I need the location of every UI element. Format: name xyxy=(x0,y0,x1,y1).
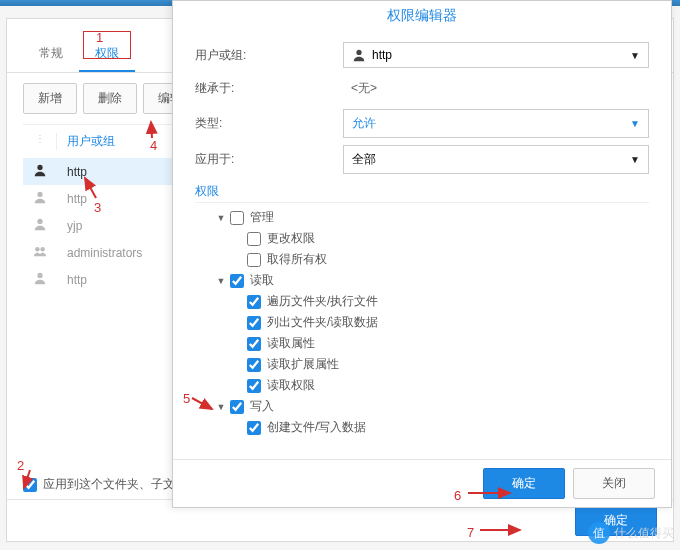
tree-node[interactable]: 更改权限 xyxy=(195,228,649,249)
admin-checkbox[interactable] xyxy=(230,211,244,225)
read-extattr-checkbox[interactable] xyxy=(247,358,261,372)
type-select[interactable]: 允许 ▼ xyxy=(343,109,649,138)
tree-node-read[interactable]: ▼ 读取 xyxy=(195,270,649,291)
tab-general[interactable]: 常规 xyxy=(23,37,79,72)
read-attr-checkbox[interactable] xyxy=(247,337,261,351)
modal-close-button[interactable]: 关闭 xyxy=(573,468,655,499)
collapse-icon[interactable]: ▼ xyxy=(215,402,227,412)
write-create-checkbox[interactable] xyxy=(247,421,261,435)
read-traverse-checkbox[interactable] xyxy=(247,295,261,309)
permission-editor-modal: 权限编辑器 用户或组: http ▼ 继承于: <无> 类型: 允许 ▼ 应用于… xyxy=(172,0,672,508)
read-list-checkbox[interactable] xyxy=(247,316,261,330)
inherit-value: <无> xyxy=(343,75,649,102)
svg-point-0 xyxy=(37,165,42,170)
watermark-logo-icon: 值 xyxy=(588,522,610,544)
user-icon xyxy=(23,190,57,207)
applyto-field-label: 应用于: xyxy=(195,151,343,168)
group-icon xyxy=(23,244,57,261)
permission-section-header: 权限 xyxy=(195,181,649,203)
chevron-down-icon: ▼ xyxy=(630,50,640,61)
tree-node[interactable]: 读取属性 xyxy=(195,333,649,354)
tree-node-admin[interactable]: ▼ 管理 xyxy=(195,207,649,228)
add-button[interactable]: 新增 xyxy=(23,83,77,114)
svg-point-6 xyxy=(356,50,361,55)
apply-to-subfolders-label: 应用到这个文件夹、子文 xyxy=(43,476,175,493)
apply-to-subfolders-checkbox[interactable] xyxy=(23,478,37,492)
user-icon xyxy=(23,163,57,180)
read-perm-checkbox[interactable] xyxy=(247,379,261,393)
write-checkbox[interactable] xyxy=(230,400,244,414)
tree-node[interactable]: 遍历文件夹/执行文件 xyxy=(195,291,649,312)
delete-button[interactable]: 删除 xyxy=(83,83,137,114)
chevron-down-icon: ▼ xyxy=(630,118,640,129)
permission-tree: ▼ 管理 更改权限 取得所有权 ▼ 读取 遍历文件夹/执行文件 列出文件夹/读取… xyxy=(195,205,649,442)
tree-node[interactable]: 读取权限 xyxy=(195,375,649,396)
chevron-down-icon: ▼ xyxy=(630,154,640,165)
collapse-icon[interactable]: ▼ xyxy=(215,213,227,223)
tree-node[interactable]: 创建文件/写入数据 xyxy=(195,417,649,438)
read-checkbox[interactable] xyxy=(230,274,244,288)
type-field-label: 类型: xyxy=(195,115,343,132)
inherit-field-label: 继承于: xyxy=(195,80,343,97)
tree-node[interactable]: 列出文件夹/读取数据 xyxy=(195,312,649,333)
user-icon xyxy=(23,271,57,288)
tree-node[interactable]: 取得所有权 xyxy=(195,249,649,270)
tab-permission[interactable]: 权限 xyxy=(79,37,135,72)
list-header-user-group: 用户或组 xyxy=(57,133,115,150)
svg-point-5 xyxy=(37,273,42,278)
tree-node-write[interactable]: ▼ 写入 xyxy=(195,396,649,417)
collapse-icon[interactable]: ▼ xyxy=(215,276,227,286)
user-field-label: 用户或组: xyxy=(195,47,343,64)
modal-ok-button[interactable]: 确定 xyxy=(483,468,565,499)
take-owner-checkbox[interactable] xyxy=(247,253,261,267)
user-icon xyxy=(23,217,57,234)
applyto-select[interactable]: 全部 ▼ xyxy=(343,145,649,174)
svg-point-2 xyxy=(37,219,42,224)
svg-point-1 xyxy=(37,192,42,197)
svg-point-4 xyxy=(40,247,44,251)
user-select[interactable]: http ▼ xyxy=(343,42,649,68)
watermark-text: 什么值得买 xyxy=(614,525,674,542)
tree-node[interactable]: 读取扩展属性 xyxy=(195,354,649,375)
watermark: 值 什么值得买 xyxy=(588,522,674,544)
svg-point-3 xyxy=(35,247,39,251)
change-perm-checkbox[interactable] xyxy=(247,232,261,246)
modal-title: 权限编辑器 xyxy=(173,1,671,31)
